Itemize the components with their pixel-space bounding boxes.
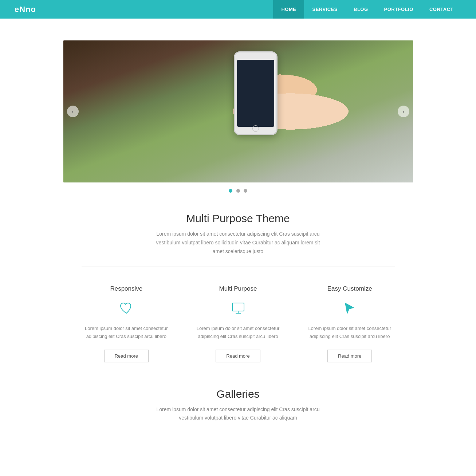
- phone-home-button: [252, 125, 259, 132]
- feature-responsive: Responsive Lorem ipsum dolor sit amet co…: [71, 282, 182, 366]
- slider-dot-1[interactable]: [229, 189, 232, 193]
- phone-screen: [237, 60, 274, 127]
- feature-responsive-title: Responsive: [82, 285, 172, 292]
- feature-multipurpose-readmore[interactable]: Read more: [216, 350, 260, 362]
- hero-description: Lorem ipsum dolor sit amet consectetur a…: [151, 230, 326, 256]
- slider-dot-2[interactable]: [236, 189, 240, 193]
- nav-home[interactable]: HOME: [273, 0, 304, 19]
- feature-easycustomize-desc: Lorem ipsum dolor sit amet consectetur a…: [305, 324, 395, 341]
- feature-multipurpose: Multi Purpose Lorem ipsum dolor sit amet…: [182, 282, 294, 366]
- feature-multipurpose-title: Multi Purpose: [193, 285, 283, 292]
- nav-portfolio[interactable]: PORTFOLIO: [376, 0, 421, 19]
- nav-links: HOME SERVICES BLOG PORTFOLIO CONTACT: [273, 0, 461, 19]
- slider-dots: [63, 188, 413, 194]
- galleries-title: Galleries: [7, 388, 469, 400]
- navbar: eNno HOME SERVICES BLOG PORTFOLIO CONTAC…: [0, 0, 476, 19]
- phone-mockup: [234, 51, 278, 135]
- nav-contact[interactable]: CONTACT: [421, 0, 461, 19]
- section-divider: [82, 267, 395, 267]
- feature-easycustomize: Easy Customize Lorem ipsum dolor sit ame…: [294, 282, 406, 366]
- feature-responsive-readmore[interactable]: Read more: [104, 350, 149, 362]
- heart-icon: [82, 299, 172, 317]
- galleries-section: Galleries Lorem ipsum dolor sit amet con…: [0, 381, 476, 437]
- hero-slider: ‹ ›: [63, 40, 413, 182]
- feature-multipurpose-desc: Lorem ipsum dolor sit amet consectetur a…: [193, 324, 283, 341]
- slider-dot-3[interactable]: [244, 189, 247, 193]
- galleries-description: Lorem ipsum dolor sit amet consectetur a…: [151, 405, 326, 423]
- svg-marker-3: [345, 303, 354, 314]
- cursor-icon: [305, 299, 395, 317]
- monitor-icon: [193, 299, 283, 317]
- nav-blog[interactable]: BLOG: [346, 0, 376, 19]
- svg-rect-0: [232, 303, 244, 311]
- features-section: Responsive Lorem ipsum dolor sit amet co…: [63, 278, 413, 380]
- feature-responsive-desc: Lorem ipsum dolor sit amet consectetur a…: [82, 324, 172, 341]
- nav-services[interactable]: SERVICES: [304, 0, 346, 19]
- slider-next-button[interactable]: ›: [398, 106, 409, 117]
- slider-prev-button[interactable]: ‹: [67, 106, 79, 117]
- hero-wrapper: ‹ ›: [63, 40, 413, 194]
- hero-section-title: Multi Purpose Theme Lorem ipsum dolor si…: [63, 212, 413, 256]
- site-logo: eNno: [15, 5, 273, 14]
- hero-heading: Multi Purpose Theme: [63, 212, 413, 225]
- feature-easycustomize-title: Easy Customize: [305, 285, 395, 292]
- feature-easycustomize-readmore[interactable]: Read more: [327, 350, 372, 362]
